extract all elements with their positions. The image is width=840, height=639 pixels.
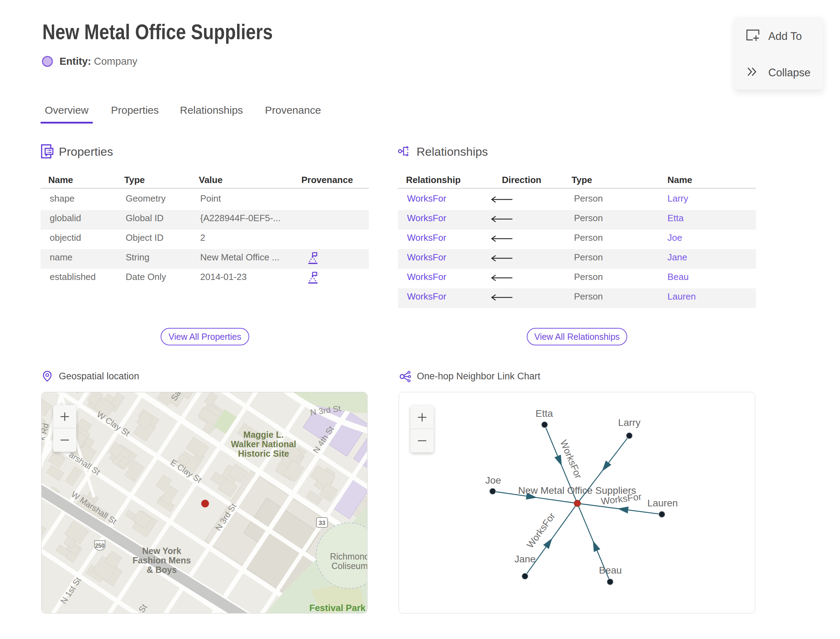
svg-text:Beau: Beau bbox=[599, 565, 622, 575]
svg-text:Larry: Larry bbox=[618, 417, 641, 428]
svg-text:Jane: Jane bbox=[514, 554, 536, 564]
svg-text:Coliseum: Coliseum bbox=[331, 561, 368, 571]
svg-text:WorksFor: WorksFor bbox=[525, 511, 557, 550]
svg-text:Etta: Etta bbox=[536, 408, 553, 419]
svg-text:250: 250 bbox=[95, 543, 105, 549]
svg-text:New York: New York bbox=[142, 546, 181, 556]
svg-text:Festival Park: Festival Park bbox=[309, 602, 366, 613]
svg-text:Richmond: Richmond bbox=[330, 552, 368, 561]
svg-text:Historic Site: Historic Site bbox=[238, 448, 289, 458]
svg-text:WorksFor: WorksFor bbox=[558, 439, 584, 480]
svg-text:33: 33 bbox=[319, 520, 326, 526]
svg-text:Walker National: Walker National bbox=[231, 439, 296, 449]
svg-text:& Boys: & Boys bbox=[146, 565, 177, 575]
svg-text:Maggie L.: Maggie L. bbox=[243, 430, 283, 440]
svg-text:Fashion Mens: Fashion Mens bbox=[133, 555, 191, 565]
svg-text:Lauren: Lauren bbox=[647, 498, 678, 509]
svg-text:Joe: Joe bbox=[485, 475, 501, 486]
